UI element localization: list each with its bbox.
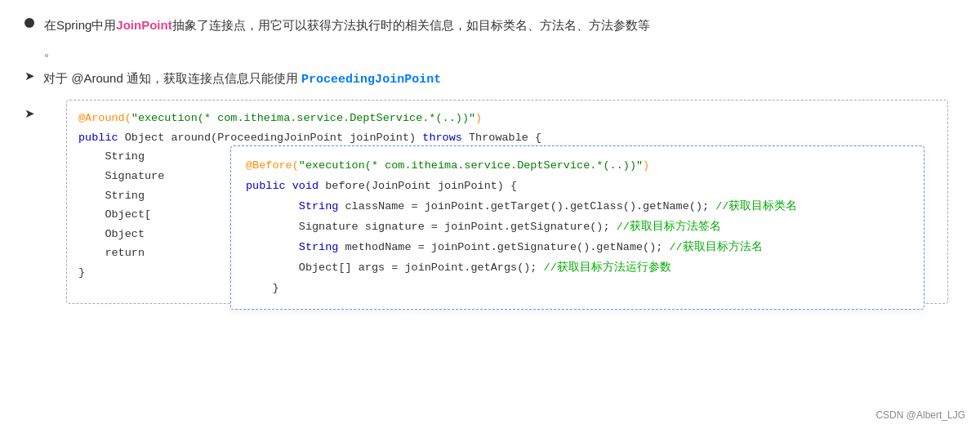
watermark: CSDN @Albert_LJG	[875, 409, 965, 421]
inner-closing-brace: }	[246, 279, 909, 299]
bullet-suffix: 抽象了连接点，用它可以获得方法执行时的相关信息，如目标类名、方法名、方法参数等	[172, 18, 650, 32]
inner-annotation-string: "execution(* com.itheima.service.DeptSer…	[299, 159, 643, 172]
inner-line-args: Object[] args = joinPoint.getArgs(); //获…	[246, 258, 909, 279]
arrow-symbol: ➤	[24, 69, 35, 83]
bullet-prefix: 在Spring中用	[44, 18, 116, 32]
inner-annotation: @Before("execution(* com.itheima.service…	[246, 159, 649, 172]
comment-methodname: //获取目标方法名	[670, 241, 763, 253]
outer-annotation-line: @Around("execution(* com.itheima.service…	[78, 109, 936, 128]
bullet-text-1: 在Spring中用JoinPoint抽象了连接点，用它可以获得方法执行时的相关信…	[44, 15, 650, 36]
inner-annotation-line: @Before("execution(* com.itheima.service…	[246, 156, 909, 177]
period-line: 。	[44, 44, 956, 60]
bullet-dot	[24, 18, 34, 28]
inner-code-block: @Before("execution(* com.itheima.service…	[230, 145, 924, 310]
outer-annotation-string: "execution(* com.itheima.service.DeptSer…	[131, 112, 475, 124]
arrow-text: 对于 @Around 通知，获取连接点信息只能使用 ProceedingJoin…	[43, 68, 441, 91]
outer-method-sig: public Object around(ProceedingJoinPoint…	[78, 128, 936, 148]
inner-line-classname: String className = joinPoint.getTarget()…	[246, 197, 909, 217]
inner-line-signature: Signature signature = joinPoint.getSigna…	[246, 217, 909, 238]
outer-annotation: @Around("execution(* com.itheima.service…	[78, 112, 482, 124]
comment-signature: //获取目标方法签名	[617, 221, 721, 233]
bullet-item-1: 在Spring中用JoinPoint抽象了连接点，用它可以获得方法执行时的相关信…	[24, 15, 956, 36]
proceeding-joinpoint: ProceedingJoinPoint	[301, 73, 441, 87]
comment-args: //获取目标方法运行参数	[544, 261, 671, 274]
inner-method-sig: public void before(JoinPoint joinPoint) …	[246, 177, 909, 197]
comment-classname: //获取目标类名	[715, 200, 797, 212]
arrow-section-around: ➤ 对于 @Around 通知，获取连接点信息只能使用 ProceedingJo…	[24, 68, 956, 91]
outer-code-block: @Around("execution(* com.itheima.service…	[66, 100, 948, 304]
outer-arrow: ➤	[24, 106, 35, 121]
inner-line-methodname: String methodName = joinPoint.getSignatu…	[246, 238, 909, 258]
joinpoint-highlight: JoinPoint	[116, 18, 172, 32]
